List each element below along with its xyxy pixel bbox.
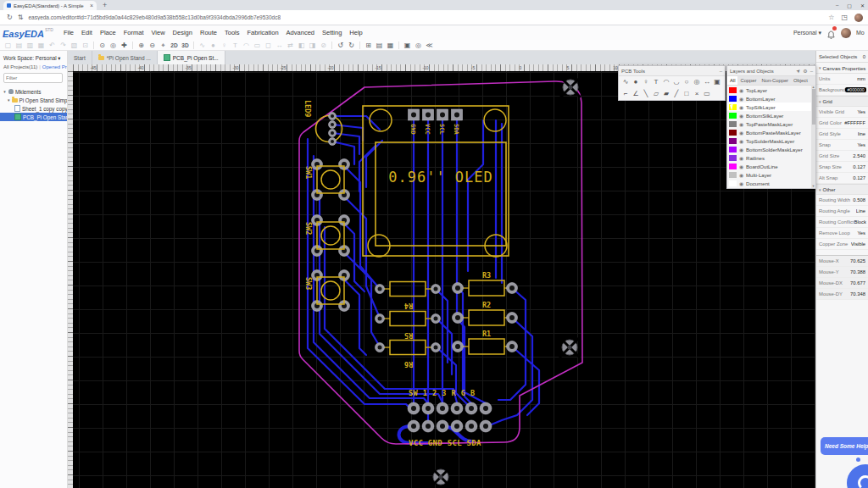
layer-row-topsilklayer[interactable]: ◉TopSilkLayer [727, 103, 811, 111]
resistor-outline[interactable] [469, 339, 504, 354]
order-icon[interactable]: ▣ [402, 40, 413, 51]
track-tool-icon[interactable]: ∿ [620, 77, 631, 87]
layer-row-multi-layer[interactable]: ◉Multi-Layer [727, 170, 811, 179]
pcb-canvas[interactable]: GNDVCCSCLSDA0.96'' OLEDLED9SW1SW2SW3R4R5… [68, 64, 815, 488]
bom-icon[interactable]: ⊞ [363, 40, 374, 51]
menu-format[interactable]: Format [124, 29, 144, 36]
pin-icon[interactable]: ➤ [794, 67, 802, 75]
browser-tab[interactable]: EasyEDA(Standard) - A Simple × [3, 1, 97, 10]
prop-value[interactable]: 70.348 [850, 291, 865, 297]
canvas-properties-header[interactable]: ▾ Canvas Properties [816, 63, 868, 74]
layer-row-boardoutline[interactable]: ◉BoardOutLine [727, 162, 811, 170]
prop-value[interactable]: Yes [857, 230, 865, 236]
prop-value[interactable]: 70.625 [850, 258, 865, 263]
section-other[interactable]: ▾Other [816, 184, 868, 195]
eye-icon[interactable]: ◉ [738, 87, 744, 93]
prop-value[interactable]: 70.388 [850, 269, 865, 274]
measure-tool-icon[interactable]: ╲ [641, 89, 651, 99]
menu-setting[interactable]: Setting [322, 29, 342, 36]
doc-tab-start[interactable]: Start [68, 51, 92, 64]
menu-fabrication[interactable]: Fabrication [248, 29, 279, 36]
layer-tab-copper[interactable]: Copper [737, 76, 759, 85]
expander-icon[interactable]: ▾ [8, 97, 10, 103]
menu-file[interactable]: File [64, 29, 74, 36]
copper-trace[interactable] [366, 141, 382, 187]
silk-text[interactable]: SW3 [304, 277, 313, 290]
layer-tab-object[interactable]: Object [791, 76, 810, 85]
share-icon[interactable]: ≪ [424, 40, 435, 51]
layer-color-swatch[interactable] [729, 180, 737, 186]
layer-color-swatch[interactable] [729, 172, 737, 178]
silk-text[interactable]: R4 [404, 302, 413, 310]
update-icon[interactable]: ↻ [346, 40, 357, 51]
menu-advanced[interactable]: Advanced [287, 29, 314, 36]
layer-tab-all[interactable]: All [727, 76, 737, 85]
prop-value[interactable]: #000000 [845, 87, 865, 92]
layer-row-toplayer[interactable]: ◉TopLayer [727, 86, 811, 94]
view-3d-button[interactable]: 3D [180, 40, 191, 51]
line-tool-icon[interactable]: ╱ [671, 89, 682, 99]
resistor-outline[interactable] [390, 341, 426, 355]
photo-view-icon[interactable]: ▦ [385, 40, 396, 51]
copper-trace[interactable] [332, 133, 359, 154]
eye-icon[interactable]: ◉ [738, 96, 744, 102]
menu-design[interactable]: Design [173, 29, 192, 36]
silk-text[interactable]: GND [409, 124, 416, 135]
layer-row-bottomsilklayer[interactable]: ◉BottomSilkLayer [727, 111, 811, 119]
cut-board-tool-icon[interactable]: × [692, 89, 702, 99]
prop-value[interactable]: 70.677 [850, 280, 865, 286]
minimize-icon[interactable]: – [836, 3, 838, 8]
copper-area-tool-icon[interactable]: ▱ [651, 89, 661, 99]
prop-value[interactable]: line [858, 131, 865, 136]
silk-text[interactable]: SDA [453, 124, 459, 135]
image-tool-icon[interactable]: ▣ [712, 77, 722, 87]
eye-icon[interactable]: ◉ [738, 104, 744, 110]
doc-tab-pcb-pi-open-st-[interactable]: PCB_Pi Open St... [158, 51, 225, 64]
maximize-icon[interactable]: ▢ [847, 3, 852, 8]
user-avatar[interactable] [841, 28, 851, 38]
tab-close-icon[interactable]: × [90, 3, 93, 8]
expander-icon[interactable]: ▾ [3, 89, 7, 94]
silk-text[interactable]: R6 [404, 360, 413, 369]
layer-color-swatch[interactable] [729, 121, 737, 127]
resistor-outline[interactable] [390, 312, 426, 326]
workspace-switcher[interactable]: Personal ▾ [793, 30, 821, 36]
layer-row-bottomsoldermasklayer[interactable]: ◉BottomSolderMaskLayer [727, 145, 811, 153]
resistor-outline[interactable] [469, 310, 504, 325]
eye-icon[interactable]: ◉ [738, 130, 744, 136]
workspace-selector[interactable]: Work Space: Personal ▾ [0, 51, 67, 64]
sidebar-item-sheet-1-copy-copy[interactable]: Sheet_1 copy copy [0, 104, 67, 113]
copper-trace[interactable] [359, 146, 376, 191]
layers-scrollbar[interactable]: ▲ ▼ [811, 85, 815, 188]
prop-value[interactable]: Yes [857, 109, 865, 114]
menu-route[interactable]: Route [200, 29, 217, 36]
bookmark-star-icon[interactable]: ☆ [828, 14, 834, 21]
copper-trace[interactable] [332, 125, 363, 141]
prop-value[interactable]: #FFFFFF [844, 120, 865, 125]
scroll-down-icon[interactable]: ▼ [811, 184, 815, 188]
pcb-tools-title-bar[interactable]: PCB Tools – [619, 66, 725, 76]
zoom-in-icon[interactable]: ⊕ [136, 40, 147, 51]
sidebar-item-mklements[interactable]: ▾Mklements [0, 87, 67, 96]
silk-text[interactable]: R3 [482, 271, 491, 280]
layer-color-swatch[interactable] [729, 96, 737, 102]
text-tool-icon[interactable]: T [651, 77, 661, 87]
layer-color-swatch[interactable] [729, 155, 737, 161]
silk-text[interactable]: R5 [404, 331, 413, 340]
all-projects-link[interactable]: All Projects(11) [3, 64, 37, 69]
silk-text[interactable]: R2 [482, 301, 491, 309]
eye-icon[interactable]: ◉ [738, 180, 744, 186]
prop-value[interactable]: 2.540 [853, 153, 865, 158]
oled-mount-circle[interactable] [370, 109, 392, 131]
netlist-icon[interactable]: ▤ [374, 40, 385, 51]
browser-avatar[interactable] [854, 14, 863, 22]
solid-region-tool-icon[interactable]: ▰ [661, 89, 671, 99]
copper-trace[interactable] [457, 120, 471, 403]
resistor-outline[interactable] [469, 280, 504, 296]
layer-tab-non-copper[interactable]: Non-Copper [759, 76, 791, 85]
connect-pad-tool-icon[interactable]: ⌐ [620, 89, 631, 99]
layer-color-swatch[interactable] [729, 147, 737, 152]
minimize-icon[interactable]: – [720, 69, 722, 74]
layer-row-topsoldermasklayer[interactable]: ◉TopSolderMaskLayer [727, 136, 811, 145]
layer-row-bottomlayer[interactable]: ◉BottomLayer [727, 94, 811, 103]
